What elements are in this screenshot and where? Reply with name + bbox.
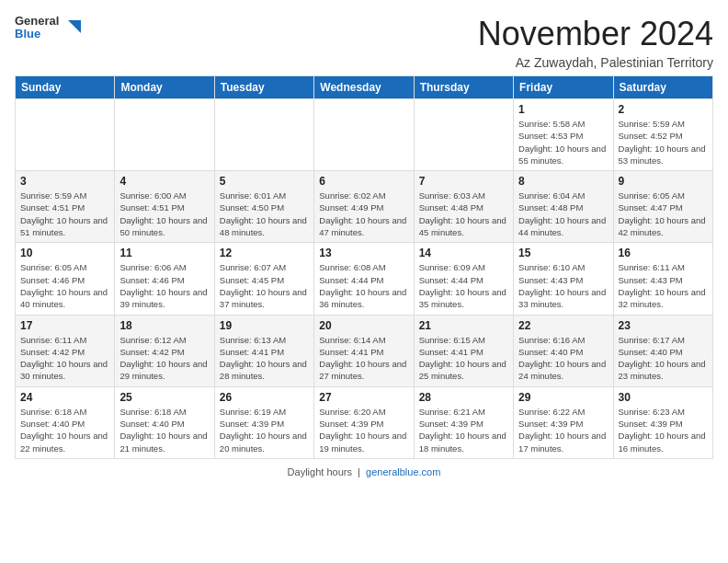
day-number: 25 xyxy=(119,391,209,404)
day-info: Sunrise: 6:12 AMSunset: 4:42 PMDaylight:… xyxy=(119,334,209,383)
day-info: Sunrise: 6:00 AMSunset: 4:51 PMDaylight:… xyxy=(119,190,209,238)
calendar-cell: 29Sunrise: 6:22 AMSunset: 4:39 PMDayligh… xyxy=(514,386,613,458)
footer-link[interactable]: generalblue.com xyxy=(366,466,440,477)
calendar-cell: 25Sunrise: 6:18 AMSunset: 4:40 PMDayligh… xyxy=(115,386,214,458)
calendar-cell: 21Sunrise: 6:15 AMSunset: 4:41 PMDayligh… xyxy=(414,315,513,386)
day-info: Sunrise: 6:14 AMSunset: 4:41 PMDaylight:… xyxy=(319,334,408,383)
calendar-cell: 24Sunrise: 6:18 AMSunset: 4:40 PMDayligh… xyxy=(16,386,115,458)
day-info: Sunrise: 6:11 AMSunset: 4:42 PMDaylight:… xyxy=(20,334,109,383)
calendar-cell: 15Sunrise: 6:10 AMSunset: 4:43 PMDayligh… xyxy=(514,243,613,315)
calendar-cell xyxy=(214,99,313,171)
day-info: Sunrise: 6:10 AMSunset: 4:43 PMDaylight:… xyxy=(518,261,608,310)
month-title: November 2024 xyxy=(478,15,713,53)
day-number: 26 xyxy=(220,391,309,404)
day-number: 20 xyxy=(319,319,408,332)
logo-line1: General xyxy=(15,15,59,28)
weekday-header-saturday: Saturday xyxy=(613,76,712,99)
day-info: Sunrise: 6:07 AMSunset: 4:45 PMDaylight:… xyxy=(220,261,309,310)
calendar-cell: 9Sunrise: 6:05 AMSunset: 4:47 PMDaylight… xyxy=(613,171,712,243)
title-area: November 2024 Az Zuwaydah, Palestinian T… xyxy=(478,15,713,70)
footer: Daylight hours | generalblue.com xyxy=(15,466,713,477)
day-number: 17 xyxy=(20,319,109,332)
calendar-header-row: SundayMondayTuesdayWednesdayThursdayFrid… xyxy=(16,76,713,99)
day-number: 11 xyxy=(119,247,209,259)
day-number: 3 xyxy=(20,175,109,188)
calendar-cell: 1Sunrise: 5:58 AMSunset: 4:53 PMDaylight… xyxy=(514,99,613,171)
calendar-cell: 23Sunrise: 6:17 AMSunset: 4:40 PMDayligh… xyxy=(613,315,712,386)
day-info: Sunrise: 6:03 AMSunset: 4:48 PMDaylight:… xyxy=(419,190,508,238)
day-info: Sunrise: 6:17 AMSunset: 4:40 PMDaylight:… xyxy=(619,334,708,383)
day-info: Sunrise: 6:01 AMSunset: 4:50 PMDaylight:… xyxy=(220,190,309,238)
day-number: 15 xyxy=(518,247,608,259)
calendar-cell: 26Sunrise: 6:19 AMSunset: 4:39 PMDayligh… xyxy=(214,386,313,458)
calendar-cell xyxy=(16,99,115,171)
day-info: Sunrise: 6:22 AMSunset: 4:39 PMDaylight:… xyxy=(518,406,608,454)
day-info: Sunrise: 6:05 AMSunset: 4:46 PMDaylight:… xyxy=(20,261,109,310)
calendar-table: SundayMondayTuesdayWednesdayThursdayFrid… xyxy=(15,75,713,459)
day-info: Sunrise: 6:15 AMSunset: 4:41 PMDaylight:… xyxy=(419,334,508,383)
day-info: Sunrise: 6:08 AMSunset: 4:44 PMDaylight:… xyxy=(319,261,408,310)
calendar-week-row: 24Sunrise: 6:18 AMSunset: 4:40 PMDayligh… xyxy=(16,386,713,458)
day-number: 7 xyxy=(419,175,508,188)
calendar-cell: 3Sunrise: 5:59 AMSunset: 4:51 PMDaylight… xyxy=(16,171,115,243)
day-info: Sunrise: 6:06 AMSunset: 4:46 PMDaylight:… xyxy=(119,261,209,310)
calendar-cell: 7Sunrise: 6:03 AMSunset: 4:48 PMDaylight… xyxy=(414,171,513,243)
day-number: 24 xyxy=(20,391,109,404)
calendar-cell: 4Sunrise: 6:00 AMSunset: 4:51 PMDaylight… xyxy=(115,171,214,243)
day-number: 10 xyxy=(20,247,109,259)
day-number: 6 xyxy=(319,175,408,188)
day-number: 30 xyxy=(619,391,708,404)
day-number: 19 xyxy=(220,319,309,332)
day-number: 23 xyxy=(619,319,708,332)
location-subtitle: Az Zuwaydah, Palestinian Territory xyxy=(478,55,713,70)
calendar-cell: 14Sunrise: 6:09 AMSunset: 4:44 PMDayligh… xyxy=(414,243,513,315)
day-number: 12 xyxy=(220,247,309,259)
calendar-week-row: 1Sunrise: 5:58 AMSunset: 4:53 PMDaylight… xyxy=(16,99,713,171)
weekday-header-sunday: Sunday xyxy=(16,76,115,99)
calendar-cell: 8Sunrise: 6:04 AMSunset: 4:48 PMDaylight… xyxy=(514,171,613,243)
calendar-cell xyxy=(414,99,513,171)
calendar-cell: 2Sunrise: 5:59 AMSunset: 4:52 PMDaylight… xyxy=(613,99,712,171)
calendar-cell: 13Sunrise: 6:08 AMSunset: 4:44 PMDayligh… xyxy=(314,243,414,315)
calendar-cell: 22Sunrise: 6:16 AMSunset: 4:40 PMDayligh… xyxy=(514,315,613,386)
weekday-header-tuesday: Tuesday xyxy=(214,76,313,99)
day-number: 27 xyxy=(319,391,408,404)
day-number: 8 xyxy=(518,175,608,188)
calendar-cell: 17Sunrise: 6:11 AMSunset: 4:42 PMDayligh… xyxy=(16,315,115,386)
svg-marker-0 xyxy=(68,20,81,33)
day-info: Sunrise: 5:59 AMSunset: 4:51 PMDaylight:… xyxy=(20,190,109,238)
weekday-header-wednesday: Wednesday xyxy=(314,76,414,99)
calendar-week-row: 10Sunrise: 6:05 AMSunset: 4:46 PMDayligh… xyxy=(16,243,713,315)
calendar-cell: 19Sunrise: 6:13 AMSunset: 4:41 PMDayligh… xyxy=(214,315,313,386)
logo: General Blue xyxy=(15,15,83,41)
day-info: Sunrise: 6:21 AMSunset: 4:39 PMDaylight:… xyxy=(419,406,508,454)
day-number: 4 xyxy=(119,175,209,188)
day-info: Sunrise: 5:59 AMSunset: 4:52 PMDaylight:… xyxy=(619,118,708,167)
day-number: 18 xyxy=(119,319,209,332)
day-number: 16 xyxy=(619,247,708,259)
calendar-cell: 6Sunrise: 6:02 AMSunset: 4:49 PMDaylight… xyxy=(314,171,414,243)
calendar-cell: 18Sunrise: 6:12 AMSunset: 4:42 PMDayligh… xyxy=(115,315,214,386)
day-number: 22 xyxy=(518,319,608,332)
day-info: Sunrise: 5:58 AMSunset: 4:53 PMDaylight:… xyxy=(518,118,608,167)
weekday-header-friday: Friday xyxy=(514,76,613,99)
day-info: Sunrise: 6:11 AMSunset: 4:43 PMDaylight:… xyxy=(619,261,708,310)
day-info: Sunrise: 6:23 AMSunset: 4:39 PMDaylight:… xyxy=(619,406,708,454)
calendar-cell: 20Sunrise: 6:14 AMSunset: 4:41 PMDayligh… xyxy=(314,315,414,386)
calendar-cell: 12Sunrise: 6:07 AMSunset: 4:45 PMDayligh… xyxy=(214,243,313,315)
calendar-week-row: 17Sunrise: 6:11 AMSunset: 4:42 PMDayligh… xyxy=(16,315,713,386)
weekday-header-thursday: Thursday xyxy=(414,76,513,99)
day-info: Sunrise: 6:18 AMSunset: 4:40 PMDaylight:… xyxy=(119,406,209,454)
day-number: 2 xyxy=(619,103,708,116)
logo-icon xyxy=(61,17,83,39)
calendar-cell xyxy=(314,99,414,171)
day-info: Sunrise: 6:02 AMSunset: 4:49 PMDaylight:… xyxy=(319,190,408,238)
calendar-cell: 30Sunrise: 6:23 AMSunset: 4:39 PMDayligh… xyxy=(613,386,712,458)
calendar-cell xyxy=(115,99,214,171)
day-number: 1 xyxy=(518,103,608,116)
calendar-cell: 5Sunrise: 6:01 AMSunset: 4:50 PMDaylight… xyxy=(214,171,313,243)
logo-text: General Blue xyxy=(15,15,59,41)
logo-line2: Blue xyxy=(15,28,59,40)
day-info: Sunrise: 6:18 AMSunset: 4:40 PMDaylight:… xyxy=(20,406,109,454)
day-number: 13 xyxy=(319,247,408,259)
